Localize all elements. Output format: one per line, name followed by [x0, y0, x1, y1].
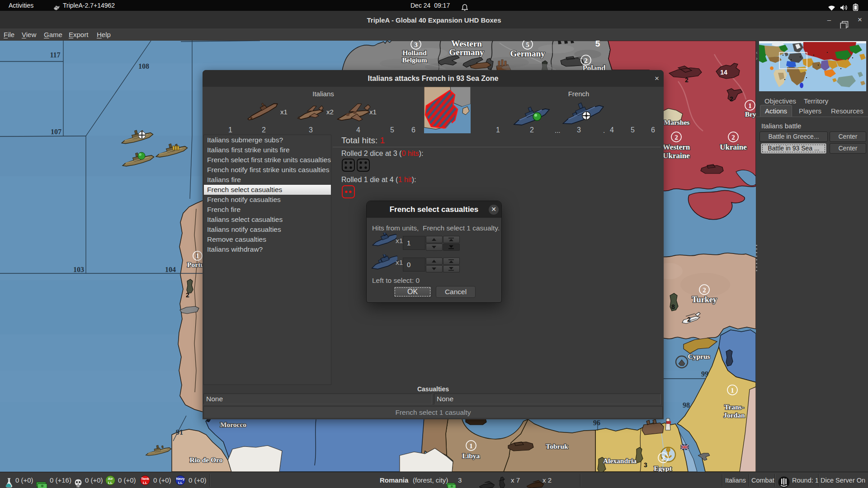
- svg-text:Germany: Germany: [449, 47, 484, 57]
- svg-text:Libya: Libya: [462, 452, 480, 460]
- svg-text:Trans-: Trans-: [724, 403, 744, 411]
- svg-text:98: 98: [683, 401, 690, 409]
- svg-text:Brya: Brya: [745, 110, 756, 118]
- svg-text:Marshes: Marshes: [664, 118, 690, 126]
- svg-text:Portu: Portu: [187, 261, 204, 268]
- svg-text:5: 5: [526, 41, 529, 48]
- svg-text:Morocco: Morocco: [220, 421, 246, 428]
- svg-text:Alexandria: Alexandria: [603, 457, 637, 465]
- svg-text:2: 2: [703, 286, 706, 294]
- svg-text:1: 1: [196, 252, 199, 259]
- svg-text:14: 14: [720, 69, 727, 76]
- svg-text:Tobruk: Tobruk: [546, 442, 568, 450]
- svg-text:2: 2: [186, 291, 189, 299]
- svg-text:Western: Western: [663, 143, 690, 151]
- svg-text:Jordan: Jordan: [723, 411, 745, 419]
- svg-text:1: 1: [748, 102, 752, 109]
- svg-text:2: 2: [584, 57, 588, 64]
- svg-text:1: 1: [731, 387, 734, 394]
- svg-text:99: 99: [701, 370, 708, 378]
- svg-text:107: 107: [51, 128, 61, 136]
- svg-text:2: 2: [730, 95, 733, 103]
- svg-text:108: 108: [138, 62, 149, 70]
- svg-text:91: 91: [176, 428, 183, 436]
- svg-text:8: 8: [671, 303, 675, 310]
- svg-text:117: 117: [50, 51, 60, 59]
- svg-text:2: 2: [685, 76, 689, 84]
- svg-text:...: ...: [555, 127, 561, 134]
- svg-text:Ukraine: Ukraine: [663, 151, 690, 160]
- svg-text:2: 2: [687, 316, 691, 323]
- svg-text:Cyprus: Cyprus: [688, 352, 710, 360]
- svg-text:104: 104: [165, 266, 176, 273]
- svg-text:103: 103: [73, 266, 84, 273]
- svg-text:Egypt: Egypt: [654, 465, 672, 472]
- svg-text:1: 1: [469, 442, 473, 450]
- svg-text:Germany: Germany: [510, 49, 545, 58]
- svg-text:Turkey: Turkey: [692, 295, 717, 304]
- svg-text:.: .: [603, 127, 605, 134]
- svg-text:Rio de Oro: Rio de Oro: [190, 456, 223, 464]
- svg-text:3: 3: [414, 41, 418, 48]
- svg-text:96: 96: [593, 419, 600, 427]
- svg-text:2: 2: [661, 455, 665, 462]
- svg-text:2: 2: [731, 134, 735, 141]
- svg-text:2: 2: [675, 134, 678, 141]
- svg-text:3: 3: [644, 461, 647, 469]
- svg-text:Ukraine: Ukraine: [720, 143, 747, 151]
- svg-text:Belgium: Belgium: [402, 56, 427, 64]
- svg-text:5: 5: [595, 41, 600, 48]
- svg-text:Holland: Holland: [402, 49, 427, 56]
